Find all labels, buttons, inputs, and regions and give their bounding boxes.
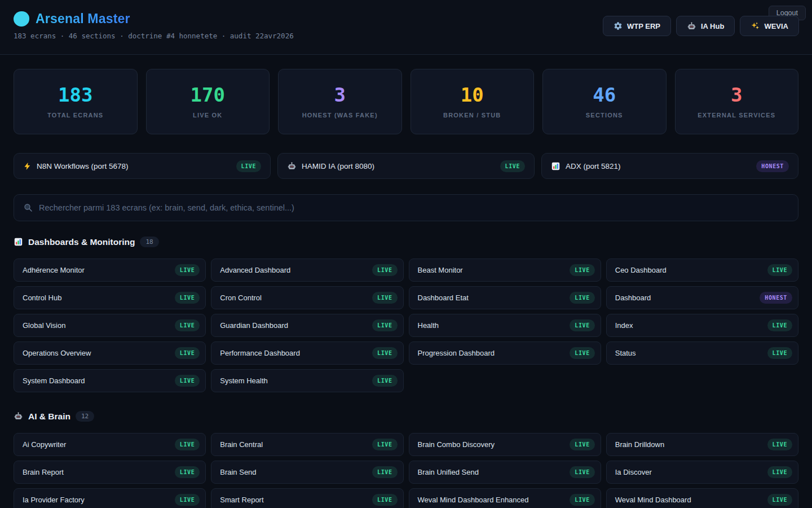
screen-item-card[interactable]: Global Vision LIVE bbox=[14, 314, 206, 337]
screen-item-card[interactable]: Guardian Dashboard LIVE bbox=[211, 314, 403, 337]
screen-item-card[interactable]: Weval Mind Dashboard Enhanced LIVE bbox=[409, 488, 601, 508]
screen-item-card[interactable]: Performance Dashboard LIVE bbox=[211, 341, 403, 365]
stat-value: 46 bbox=[543, 85, 666, 104]
screen-item-label: Global Vision bbox=[23, 321, 65, 330]
header-button-label: WTP ERP bbox=[627, 22, 660, 30]
screen-item-label: Progression Dashboard bbox=[418, 349, 495, 357]
screen-item-card[interactable]: Cron Control LIVE bbox=[211, 286, 403, 309]
service-card[interactable]: ADX (port 5821) HONEST bbox=[541, 153, 798, 179]
screen-item-card[interactable]: Operations Overview LIVE bbox=[14, 341, 206, 365]
section-count-badge: 12 bbox=[76, 411, 94, 422]
screen-item-card[interactable]: Dashboard HONEST bbox=[606, 286, 798, 309]
screen-item-card[interactable]: Health LIVE bbox=[409, 314, 601, 337]
screen-item-card[interactable]: Progression Dashboard LIVE bbox=[409, 341, 601, 365]
items-grid: Ai Copywriter LIVE Brain Central LIVE Br… bbox=[14, 433, 798, 508]
screen-item-card[interactable]: Brain Central LIVE bbox=[211, 433, 403, 456]
stat-card: 10 BROKEN / STUB bbox=[411, 69, 535, 134]
status-badge: HONEST bbox=[756, 160, 789, 172]
screen-item-label: System Dashboard bbox=[23, 376, 85, 385]
screen-item-label: Smart Report bbox=[220, 496, 263, 504]
screen-item-card[interactable]: Ia Provider Factory LIVE bbox=[14, 488, 206, 508]
app-header: Arsenal Master 183 ecrans · 46 sections … bbox=[0, 0, 812, 55]
app-title: Arsenal Master bbox=[36, 11, 130, 27]
header-button-label: IA Hub bbox=[701, 22, 724, 30]
screen-item-card[interactable]: Weval Mind Dashboard LIVE bbox=[606, 488, 798, 508]
screen-item-card[interactable]: Status LIVE bbox=[606, 341, 798, 365]
gear-icon bbox=[614, 21, 623, 30]
screen-item-label: Ia Discover bbox=[615, 468, 652, 476]
service-label: HAMID IA (port 8080) bbox=[302, 162, 495, 170]
stat-label: LIVE OK bbox=[147, 112, 270, 119]
stat-value: 3 bbox=[279, 85, 401, 104]
service-card[interactable]: N8N Workflows (port 5678) LIVE bbox=[14, 153, 271, 179]
main-content: 183 TOTAL ECRANS 170 LIVE OK 3 HONEST (W… bbox=[0, 55, 812, 508]
status-badge: LIVE bbox=[175, 466, 200, 478]
status-badge: LIVE bbox=[767, 466, 792, 478]
screen-item-card[interactable]: Ai Copywriter LIVE bbox=[14, 433, 206, 456]
status-badge: LIVE bbox=[372, 347, 397, 359]
screen-item-card[interactable]: System Dashboard LIVE bbox=[14, 369, 206, 392]
screen-item-card[interactable]: Brain Report LIVE bbox=[14, 461, 206, 484]
header-buttons: WTP ERP IA Hub WEVIA bbox=[603, 16, 799, 36]
header-button-wevia[interactable]: WEVIA bbox=[740, 16, 799, 36]
screen-item-label: Ia Provider Factory bbox=[23, 496, 85, 504]
stat-label: EXTERNAL SERVICES bbox=[676, 112, 798, 119]
screen-item-card[interactable]: Brain Drilldown LIVE bbox=[606, 433, 798, 456]
screen-item-card[interactable]: Ceo Dashboard LIVE bbox=[606, 259, 798, 282]
stat-label: BROKEN / STUB bbox=[411, 112, 534, 119]
status-badge: LIVE bbox=[175, 292, 200, 304]
screen-item-label: Brain Report bbox=[23, 468, 64, 476]
bar-chart-icon bbox=[551, 161, 561, 171]
header-button-label: WEVIA bbox=[764, 22, 788, 30]
status-badge: LIVE bbox=[767, 264, 792, 276]
status-badge: HONEST bbox=[760, 292, 792, 304]
robot-icon bbox=[14, 411, 23, 421]
screen-item-label: Weval Mind Dashboard bbox=[615, 496, 691, 504]
screen-item-card[interactable]: Smart Report LIVE bbox=[211, 488, 403, 508]
stat-value: 183 bbox=[14, 85, 137, 104]
service-label: N8N Workflows (port 5678) bbox=[37, 162, 231, 170]
header-button-wtp-erp[interactable]: WTP ERP bbox=[603, 16, 671, 36]
section-title: Dashboards & Monitoring bbox=[28, 237, 135, 247]
services-row: N8N Workflows (port 5678) LIVE HAMID IA … bbox=[14, 153, 798, 179]
stat-label: HONEST (WAS FAKE) bbox=[279, 112, 401, 119]
status-badge: LIVE bbox=[175, 439, 200, 450]
service-card[interactable]: HAMID IA (port 8080) LIVE bbox=[277, 153, 535, 179]
section-header: AI & Brain 12 bbox=[14, 411, 798, 422]
service-label: ADX (port 5821) bbox=[566, 162, 751, 170]
screen-item-card[interactable]: Brain Send LIVE bbox=[211, 461, 403, 484]
screen-item-card[interactable]: Ia Discover LIVE bbox=[606, 461, 798, 484]
section-count-badge: 18 bbox=[140, 237, 158, 247]
stat-value: 10 bbox=[411, 85, 534, 104]
screen-item-label: Index bbox=[615, 321, 633, 330]
status-badge: LIVE bbox=[372, 319, 397, 331]
screen-item-card[interactable]: Adhérence Monitor LIVE bbox=[14, 259, 206, 282]
screen-item-card[interactable]: Brain Combo Discovery LIVE bbox=[409, 433, 601, 456]
screen-item-card[interactable]: Index LIVE bbox=[606, 314, 798, 337]
screen-item-label: Performance Dashboard bbox=[220, 349, 300, 357]
screen-item-label: Brain Send bbox=[220, 468, 256, 476]
lightning-icon bbox=[23, 161, 32, 171]
sparkles-icon bbox=[751, 21, 760, 30]
status-badge: LIVE bbox=[372, 292, 397, 304]
stat-value: 170 bbox=[147, 85, 270, 104]
screen-item-card[interactable]: Beast Monitor LIVE bbox=[409, 259, 601, 282]
screen-item-card[interactable]: System Health LIVE bbox=[211, 369, 403, 392]
stat-card: 170 LIVE OK bbox=[146, 69, 270, 134]
screen-item-card[interactable]: Brain Unified Send LIVE bbox=[409, 461, 601, 484]
status-badge: LIVE bbox=[175, 264, 200, 276]
stat-value: 3 bbox=[676, 85, 798, 104]
header-button-ia-hub[interactable]: IA Hub bbox=[676, 16, 735, 36]
status-badge: LIVE bbox=[175, 375, 200, 387]
screen-item-card[interactable]: Advanced Dashboard LIVE bbox=[211, 259, 403, 282]
bar-chart-icon bbox=[14, 237, 23, 247]
app-logo-icon bbox=[14, 11, 29, 27]
screen-item-card[interactable]: Dashboard Etat LIVE bbox=[409, 286, 601, 309]
items-grid: Adhérence Monitor LIVE Advanced Dashboar… bbox=[14, 259, 798, 392]
search-input[interactable] bbox=[39, 203, 789, 212]
stat-label: TOTAL ECRANS bbox=[14, 112, 137, 119]
search-icon bbox=[23, 203, 33, 213]
status-badge: LIVE bbox=[767, 439, 792, 450]
screen-item-card[interactable]: Control Hub LIVE bbox=[14, 286, 206, 309]
screen-item-label: Ceo Dashboard bbox=[615, 266, 667, 274]
